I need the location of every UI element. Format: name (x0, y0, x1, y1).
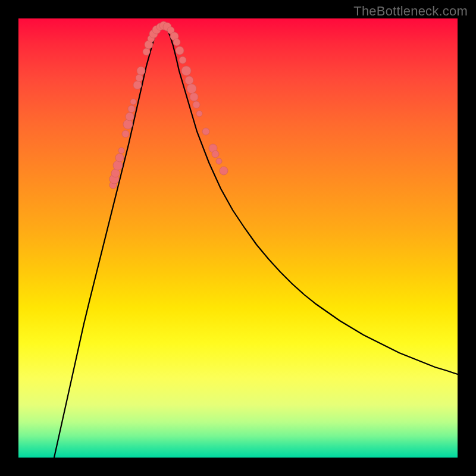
data-dot (181, 66, 191, 76)
chart-frame: TheBottleneck.com (0, 0, 476, 476)
chart-svg (18, 18, 458, 458)
data-dots (109, 21, 228, 189)
data-dot (113, 161, 123, 170)
watermark-text: TheBottleneck.com (353, 4, 468, 19)
data-dot (212, 151, 219, 158)
data-dot (187, 84, 196, 93)
data-dot (118, 148, 124, 154)
plot-area (18, 18, 458, 458)
data-dot (185, 76, 193, 84)
data-dot (143, 48, 150, 55)
data-dot (128, 105, 135, 112)
data-dot (133, 81, 142, 89)
data-dot (190, 93, 198, 101)
data-dot (176, 46, 184, 55)
data-dot (196, 111, 202, 117)
data-dot (137, 67, 145, 75)
data-dot (130, 99, 136, 105)
data-dot (216, 158, 222, 164)
data-dot (136, 74, 143, 82)
data-dot (202, 128, 209, 135)
data-dot (123, 120, 133, 129)
data-dot (173, 39, 180, 46)
data-dot (220, 167, 228, 175)
data-dot (179, 57, 186, 64)
data-dot (126, 112, 134, 121)
data-dot (115, 154, 124, 162)
data-dot (193, 101, 200, 108)
data-dot (122, 130, 129, 137)
bottleneck-curve (54, 26, 458, 458)
